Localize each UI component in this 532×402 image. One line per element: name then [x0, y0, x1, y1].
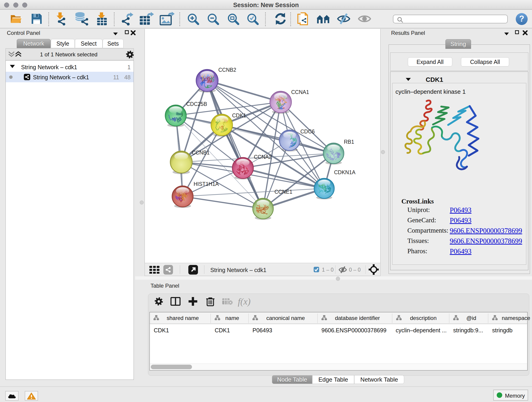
svg-text:CCNB2: CCNB2 [218, 67, 236, 73]
svg-text:RB1: RB1 [344, 139, 354, 145]
svg-text:CCNA1: CCNA1 [291, 89, 309, 95]
svg-text:CCNB1: CCNB1 [192, 150, 210, 156]
svg-text:CDC6: CDC6 [300, 128, 315, 134]
svg-text:HIST1H1A: HIST1H1A [194, 181, 219, 187]
svg-text:CCNE1: CCNE1 [274, 189, 292, 195]
svg-text:?: ? [519, 14, 524, 23]
svg-text:CDKN1A: CDKN1A [334, 169, 355, 175]
svg-text:CCNA2: CCNA2 [254, 154, 272, 160]
svg-text:CDK1: CDK1 [232, 113, 246, 119]
svg-text:CDC25B: CDC25B [186, 101, 207, 107]
